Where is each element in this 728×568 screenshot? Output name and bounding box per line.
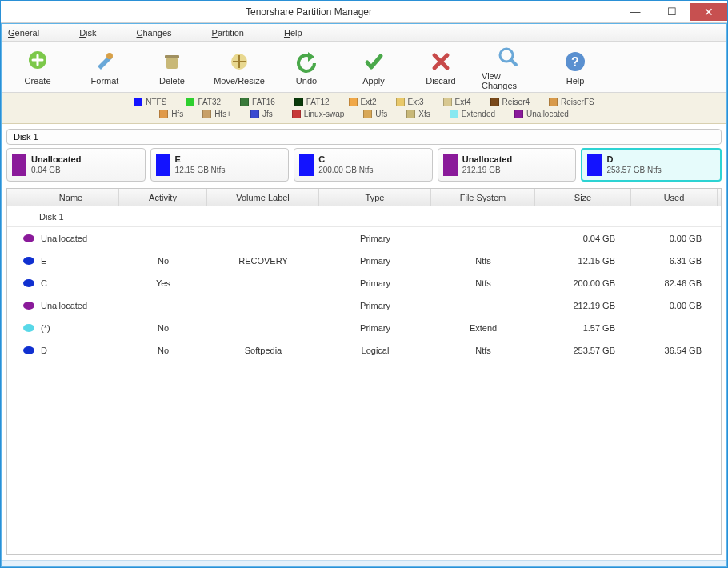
cell-used: 0.00 GB [631, 301, 718, 310]
disk-card-unallocated[interactable]: Unallocated0.04 GB [6, 148, 146, 182]
legend-swatch [292, 110, 301, 118]
legend-reiser4: Reiser4 [490, 98, 530, 106]
minimize-button[interactable]: — [617, 3, 654, 21]
help-button[interactable]: ?Help [549, 49, 602, 86]
discard-button[interactable]: Discard [414, 49, 467, 86]
menu-help[interactable]: Help [284, 28, 302, 38]
legend-fat12: FAT12 [294, 98, 330, 106]
disk-card-e[interactable]: E12.15 GB Ntfs [150, 148, 290, 182]
legend-extended: Extended [450, 110, 495, 118]
cell-used: 0.00 GB [631, 234, 718, 243]
cell-name: C [41, 278, 47, 288]
cell-name: E [41, 256, 46, 266]
column-header-file-system[interactable]: File System [431, 189, 535, 206]
apply-button[interactable]: Apply [347, 49, 400, 86]
legend-swatch [240, 98, 249, 106]
legend-label: NTFS [146, 98, 166, 106]
toolbar-label: Help [566, 76, 585, 86]
cell-size: 1.57 GB [535, 323, 631, 333]
legend-label: Xfs [418, 110, 430, 118]
disk-row[interactable]: Disk 1 [7, 206, 721, 227]
cell-used: 6.31 GB [631, 256, 718, 266]
svg-text:?: ? [571, 55, 579, 69]
disk-label: Disk 1 [6, 129, 722, 145]
cell-name: D [41, 346, 47, 355]
legend-swatch [549, 98, 558, 106]
titlebar[interactable]: Tenorshare Partition Manager — ☐ ✕ [1, 1, 727, 23]
cell-size: 212.19 GB [535, 301, 631, 310]
disk-card-unallocated[interactable]: Unallocated212.19 GB [438, 148, 577, 182]
legend-jfs: Jfs [250, 110, 273, 118]
legend-label: FAT12 [306, 98, 330, 106]
cell-type: Primary [319, 256, 431, 266]
legend-ntfs: NTFS [134, 98, 166, 106]
undo-button[interactable]: Undo [280, 49, 333, 86]
partition-table: NameActivityVolume LabelTypeFile SystemS… [6, 188, 722, 555]
toolbar: CreateFormatDeleteMove/ResizeUndoApplyDi… [2, 42, 726, 93]
legend-swatch [406, 110, 415, 118]
table-row[interactable]: DNoSoftpediaLogicalNtfs253.57 GB36.54 GB [7, 339, 721, 362]
table-row[interactable]: (*)NoPrimaryExtend1.57 GB [7, 317, 721, 339]
cell-used: 36.54 GB [631, 346, 718, 355]
legend-swatch [349, 98, 358, 106]
create-button[interactable]: Create [11, 49, 64, 86]
cell-size: 253.57 GB [535, 346, 631, 355]
disk-card-sub: 0.04 GB [31, 166, 81, 175]
table-row[interactable]: CYesPrimaryNtfs200.00 GB82.46 GB [7, 272, 721, 294]
table-header: NameActivityVolume LabelTypeFile SystemS… [7, 189, 721, 206]
cell-filesystem: Ntfs [431, 278, 535, 288]
discard-icon [428, 49, 454, 74]
legend-label: FAT16 [252, 98, 275, 106]
menu-changes[interactable]: Changes [137, 28, 172, 38]
cell-type: Primary [319, 234, 431, 243]
cell-size: 12.15 GB [535, 256, 631, 266]
maximize-button[interactable]: ☐ [654, 3, 690, 21]
legend-reiserfs: ReiserFS [549, 98, 594, 106]
window-controls: — ☐ ✕ [617, 3, 727, 21]
menu-general[interactable]: General [8, 28, 39, 38]
legend-label: Linux-swap [304, 110, 345, 118]
view-changes-button[interactable]: View Changes [482, 44, 534, 90]
legend-fat32: FAT32 [186, 98, 221, 106]
cell-filesystem: Extend [431, 323, 535, 333]
close-button[interactable]: ✕ [690, 3, 727, 21]
partition-icon [23, 302, 34, 310]
disk-card-c[interactable]: C200.00 GB Ntfs [294, 148, 433, 182]
column-header-name[interactable]: Name [7, 189, 119, 206]
legend-swatch [250, 110, 259, 118]
disk-card-sub: 212.19 GB [462, 166, 512, 175]
menu-disk[interactable]: Disk [79, 28, 96, 38]
cell-name: (*) [41, 323, 50, 333]
column-header-used[interactable]: Used [631, 189, 718, 206]
toolbar-label: Move/Resize [214, 76, 265, 86]
legend-swatch [159, 110, 168, 118]
legend-swatch [202, 110, 211, 118]
disk-card-name: C [318, 154, 373, 165]
help-icon: ? [562, 49, 588, 74]
format-button[interactable]: Format [78, 49, 131, 86]
menubar: GeneralDiskChangesPartitionHelp [2, 24, 726, 42]
table-row[interactable]: UnallocatedPrimary0.04 GB0.00 GB [7, 227, 721, 250]
legend-swatch [450, 110, 458, 118]
legend-hfs: Hfs [159, 110, 183, 118]
delete-button[interactable]: Delete [146, 49, 198, 86]
menu-partition[interactable]: Partition [212, 28, 244, 38]
legend-label: Extended [462, 110, 495, 118]
move-resize-button[interactable]: Move/Resize [213, 49, 266, 86]
cell-type: Primary [319, 278, 431, 288]
table-row[interactable]: UnallocatedPrimary212.19 GB0.00 GB [7, 294, 721, 317]
partition-icon [23, 324, 34, 332]
partition-color-icon [443, 154, 458, 176]
column-header-size[interactable]: Size [535, 189, 631, 206]
column-header-activity[interactable]: Activity [119, 189, 207, 206]
toolbar-label: Undo [296, 76, 317, 86]
column-header-volume-label[interactable]: Volume Label [207, 189, 319, 206]
disk-card-name: E [175, 154, 226, 165]
cell-size: 200.00 GB [535, 278, 631, 288]
column-header-type[interactable]: Type [319, 189, 431, 206]
table-row[interactable]: ENoRECOVERYPrimaryNtfs12.15 GB6.31 GB [7, 250, 721, 272]
legend-label: Jfs [262, 110, 273, 118]
legend-label: Ext3 [408, 98, 424, 106]
cell-used: 82.46 GB [631, 278, 718, 288]
disk-card-d[interactable]: D253.57 GB Ntfs [581, 148, 722, 182]
